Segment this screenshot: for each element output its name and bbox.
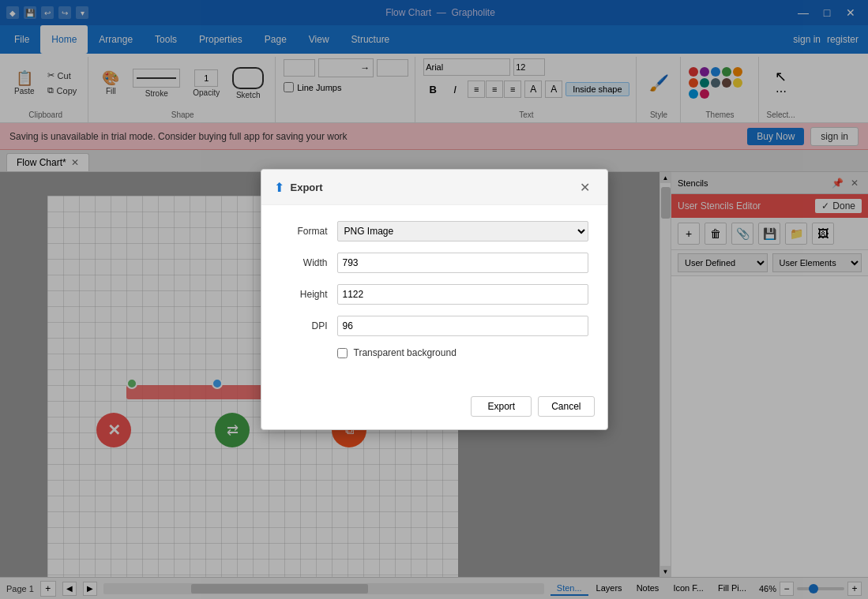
dialog-footer: Export Cancel <box>261 390 607 429</box>
transparent-row: Transparent background <box>280 347 588 358</box>
dpi-input[interactable] <box>337 316 588 336</box>
width-label: Width <box>280 257 328 268</box>
dialog-title: Export <box>291 182 323 193</box>
height-row: Height <box>280 284 588 305</box>
dialog-title-row: ⬆ Export <box>274 180 323 195</box>
dialog-header: ⬆ Export ✕ <box>261 170 607 205</box>
export-button[interactable]: Export <box>471 396 532 417</box>
transparent-checkbox[interactable] <box>337 348 348 358</box>
dialog-body: Format PNG Image JPEG Image SVG PDF Widt… <box>261 205 607 390</box>
format-row: Format PNG Image JPEG Image SVG PDF <box>280 221 588 241</box>
export-dialog: ⬆ Export ✕ Format PNG Image JPEG Image S… <box>261 169 608 430</box>
format-label: Format <box>280 226 328 237</box>
height-label: Height <box>280 289 328 300</box>
width-row: Width <box>280 253 588 273</box>
cancel-button[interactable]: Cancel <box>538 396 594 417</box>
export-dialog-icon: ⬆ <box>274 180 284 195</box>
dialog-overlay: ⬆ Export ✕ Format PNG Image JPEG Image S… <box>0 0 868 599</box>
dpi-row: DPI <box>280 316 588 336</box>
dpi-label: DPI <box>280 320 328 331</box>
width-input[interactable] <box>337 253 588 273</box>
transparent-label[interactable]: Transparent background <box>354 347 457 358</box>
format-select[interactable]: PNG Image JPEG Image SVG PDF <box>337 221 588 241</box>
dialog-close-button[interactable]: ✕ <box>576 178 595 197</box>
height-input[interactable] <box>337 284 588 305</box>
